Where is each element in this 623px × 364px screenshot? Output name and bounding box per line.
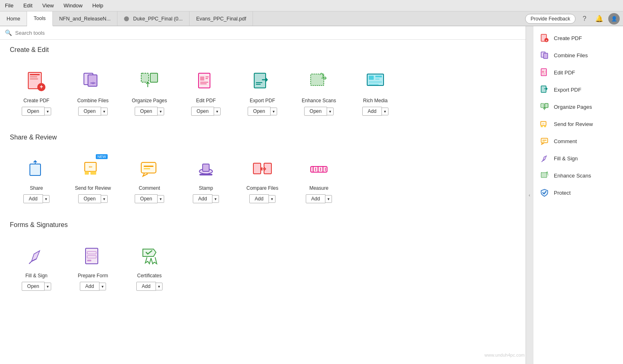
rich-media-label: Rich Media [363, 98, 388, 103]
search-input[interactable] [15, 30, 521, 36]
rich-media-arrow-btn[interactable]: ▾ [382, 108, 388, 115]
svg-rect-10 [150, 73, 158, 82]
tool-measure[interactable]: Measure Add ▾ [292, 149, 345, 208]
tab-home[interactable]: Home [0, 11, 27, 26]
compare-files-arrow-btn[interactable]: ▾ [269, 195, 275, 203]
edit-pdf-open-btn[interactable]: Open [191, 107, 214, 116]
tools-scroll: Create & Edit + Create PDF [0, 40, 526, 364]
svg-rect-17 [254, 73, 266, 88]
comment-arrow-btn[interactable]: ▾ [158, 195, 164, 203]
stamp-arrow-btn[interactable]: ▾ [212, 195, 219, 203]
share-arrow-btn[interactable]: ▾ [43, 195, 50, 203]
svg-rect-33 [144, 166, 153, 167]
edit-pdf-arrow-btn[interactable]: ▾ [214, 108, 221, 115]
combine-files-open-btn[interactable]: Open [78, 107, 101, 116]
tool-stamp[interactable]: Stamp Add ▾ [179, 149, 232, 208]
panel-item-organize-pages[interactable]: Organize Pages [533, 98, 623, 115]
menu-window[interactable]: Window [62, 2, 84, 9]
tab-evans[interactable]: Evans_PPC_Final.pdf [190, 11, 253, 26]
tool-rich-media[interactable]: Rich Media Add ▾ [349, 62, 402, 121]
tool-comment[interactable]: Comment Open ▾ [123, 149, 176, 208]
enhance-scans-open-btn[interactable]: Open [304, 107, 327, 116]
svg-rect-67 [544, 126, 546, 127]
panel-item-edit-pdf[interactable]: Edit PDF [533, 64, 623, 81]
panel-item-combine-files[interactable]: Combine Files [533, 47, 623, 64]
prepare-form-label: Prepare Form [78, 273, 108, 279]
export-pdf-open-btn[interactable]: Open [248, 107, 270, 116]
search-icon: 🔍 [5, 29, 12, 36]
panel-item-enhance-scans[interactable]: Enhance Scans [533, 167, 623, 184]
share-add-btn[interactable]: Add [23, 194, 43, 203]
menu-view[interactable]: View [41, 2, 55, 9]
tab-duke[interactable]: Duke_PPC_Final (0... [117, 11, 190, 26]
menu-help[interactable]: Help [91, 2, 105, 9]
share-label: Share [30, 185, 43, 191]
tool-enhance-scans[interactable]: Enhance Scans Open ▾ [292, 62, 345, 121]
combine-files-arrow-btn[interactable]: ▾ [101, 108, 108, 115]
fill-sign-arrow-btn[interactable]: ▾ [45, 283, 51, 290]
tab-duke-icon [124, 16, 129, 21]
certificates-add-btn[interactable]: Add [136, 282, 156, 291]
certificates-icon [136, 243, 163, 270]
menu-file[interactable]: File [3, 2, 15, 9]
panel-toggle[interactable]: ‹ [526, 26, 533, 364]
svg-rect-19 [256, 84, 261, 85]
stamp-add-btn[interactable]: Add [193, 194, 212, 203]
fill-sign-open-btn[interactable]: Open [22, 282, 44, 291]
panel-item-export-pdf[interactable]: Export PDF [533, 81, 623, 98]
tool-combine-files[interactable]: ↓ Combine Files Open ▾ [66, 62, 120, 121]
panel-export-pdf-label: Export PDF [554, 87, 581, 93]
rich-media-add-btn[interactable]: Add [362, 107, 381, 116]
send-for-review-btn-group: Open ▾ [78, 194, 107, 203]
enhance-scans-arrow-btn[interactable]: ▾ [327, 108, 334, 115]
tool-fill-sign[interactable]: Fill & Sign Open ▾ [10, 237, 63, 296]
tool-organize-pages[interactable]: Organize Pages Open ▾ [123, 62, 176, 121]
enhance-scans-btn-group: Open ▾ [304, 107, 333, 116]
combine-files-btn-group: Open ▾ [78, 107, 107, 116]
panel-fill-sign-label: Fill & Sign [554, 155, 578, 162]
edit-pdf-label: Edit PDF [196, 98, 216, 103]
prepare-form-add-btn[interactable]: Add [80, 282, 99, 291]
panel-item-create-pdf[interactable]: + Create PDF [533, 29, 623, 47]
organize-pages-open-btn[interactable]: Open [135, 107, 157, 116]
tool-export-pdf[interactable]: Export PDF Open ▾ [236, 62, 289, 121]
menu-edit[interactable]: Edit [22, 2, 34, 9]
tab-tools[interactable]: Tools [27, 11, 52, 26]
measure-add-btn[interactable]: Add [306, 194, 325, 203]
tool-certificates[interactable]: Certificates Add ▾ [123, 237, 176, 296]
send-for-review-arrow-btn[interactable]: ▾ [101, 195, 108, 203]
prepare-form-arrow-btn[interactable]: ▾ [99, 283, 106, 290]
create-pdf-open-btn[interactable]: Open [22, 107, 44, 116]
tab-tools-label: Tools [34, 16, 45, 21]
compare-files-add-btn[interactable]: Add [249, 194, 269, 203]
organize-pages-arrow-btn[interactable]: ▾ [158, 108, 164, 115]
send-for-review-open-btn[interactable]: Open [78, 194, 101, 203]
tool-create-pdf[interactable]: + Create PDF Open ▾ [10, 62, 63, 121]
panel-enhance-scans-icon [540, 171, 549, 180]
notification-bell-icon[interactable]: 🔔 [594, 13, 605, 25]
provide-feedback-button[interactable]: Provide Feedback [525, 14, 576, 24]
svg-rect-18 [256, 82, 262, 83]
export-pdf-arrow-btn[interactable]: ▾ [271, 108, 277, 115]
tool-prepare-form[interactable]: Prepare Form Add ▾ [66, 237, 120, 296]
svg-line-47 [29, 261, 32, 264]
tool-share[interactable]: Share Add ▾ [10, 149, 63, 208]
panel-item-comment[interactable]: Comment [533, 133, 623, 150]
panel-item-send-for-review[interactable]: ✏ Send for Review [533, 115, 623, 133]
organize-pages-btn-group: Open ▾ [135, 107, 164, 116]
panel-item-fill-sign[interactable]: Fill & Sign [533, 150, 623, 167]
tab-nfn[interactable]: NFN_and_ReleaseN... [53, 11, 118, 26]
avatar[interactable]: 👤 [608, 13, 620, 25]
certificates-arrow-btn[interactable]: ▾ [156, 283, 163, 290]
help-icon[interactable]: ? [579, 13, 590, 25]
comment-open-btn[interactable]: Open [135, 194, 157, 203]
svg-rect-15 [200, 82, 208, 83]
tool-send-for-review[interactable]: NEW ✏ Send for Review Open ▾ [66, 149, 120, 208]
measure-arrow-btn[interactable]: ▾ [325, 195, 332, 203]
section-forms-signatures: Forms & Signatures [10, 221, 516, 229]
tool-compare-files[interactable]: Compare Files Add ▾ [236, 149, 289, 208]
panel-protect-icon [540, 188, 549, 197]
panel-item-protect[interactable]: Protect [533, 184, 623, 201]
create-pdf-arrow-btn[interactable]: ▾ [45, 108, 51, 115]
tool-edit-pdf[interactable]: Edit PDF Open ▾ [179, 62, 232, 121]
